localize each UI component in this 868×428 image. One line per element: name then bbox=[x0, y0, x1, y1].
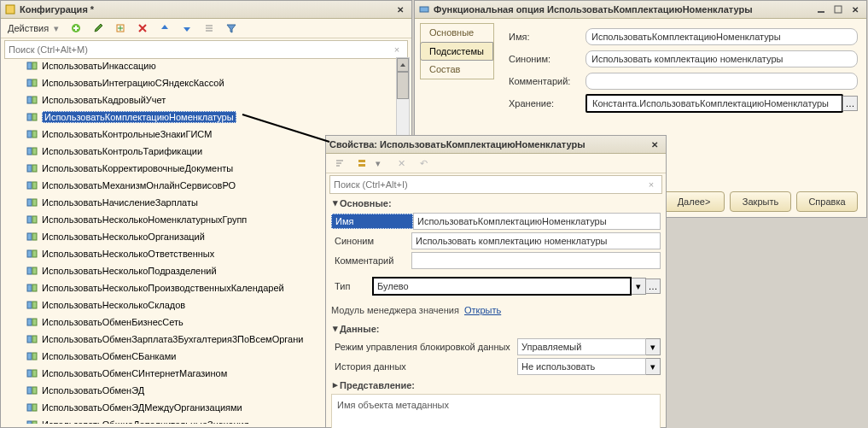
scroll-up-icon[interactable] bbox=[397, 58, 409, 72]
svg-rect-22 bbox=[32, 216, 37, 223]
section-presentation-header[interactable]: ▸Представление: bbox=[331, 379, 661, 390]
filter-icon[interactable] bbox=[221, 20, 242, 37]
svg-rect-33 bbox=[27, 319, 32, 325]
svg-rect-24 bbox=[32, 233, 37, 240]
down-icon[interactable] bbox=[177, 20, 197, 37]
props-title: Свойства: ИспользоватьКомплектациюНоменк… bbox=[329, 139, 585, 150]
svg-rect-51 bbox=[835, 6, 842, 13]
actions-menu[interactable]: Действия bbox=[4, 23, 52, 33]
svg-rect-30 bbox=[32, 284, 37, 291]
tree-item-label: ИспользоватьНесколькоНоменклатурныхГрупп bbox=[42, 214, 247, 225]
config-titlebar: Конфигурация * ✕ bbox=[1, 1, 411, 19]
help-button[interactable]: Справка bbox=[796, 191, 858, 212]
chevron-down-icon[interactable]: ▾ bbox=[646, 358, 661, 375]
props-toolbar: ▾ ✕ ↶ bbox=[326, 154, 666, 173]
item-icon bbox=[26, 163, 38, 173]
svg-rect-14 bbox=[32, 148, 37, 155]
tree-item-label: ИспользоватьОбменЗарплата3Бухгалтерия3По… bbox=[42, 334, 303, 344]
tree-item[interactable]: ИспользоватьКомплектациюНоменклатуры bbox=[4, 108, 398, 126]
chevron-down-icon[interactable]: ▾ bbox=[632, 278, 646, 295]
section-data-header[interactable]: ▾Данные: bbox=[331, 323, 661, 334]
storage-input[interactable]: Константа.ИспользоватьКомплектациюНоменк… bbox=[585, 94, 843, 113]
prop-comment-input[interactable] bbox=[411, 252, 661, 269]
search-clear-icon[interactable]: × bbox=[387, 41, 407, 58]
svg-rect-5 bbox=[27, 79, 32, 86]
search-clear-icon[interactable]: × bbox=[641, 176, 661, 193]
chevron-down-icon[interactable]: ▾ bbox=[646, 338, 661, 355]
add-icon[interactable] bbox=[66, 20, 86, 37]
svg-rect-46 bbox=[32, 421, 37, 424]
edit-icon[interactable] bbox=[88, 20, 108, 37]
tree-item[interactable]: ИспользоватьИнтеграциюСЯндексКассой bbox=[4, 74, 398, 91]
maximize-icon[interactable] bbox=[830, 3, 846, 16]
svg-rect-32 bbox=[32, 302, 37, 308]
tree-item-label: ИспользоватьКорректировочныеДокументы bbox=[42, 163, 233, 173]
type-browse-icon[interactable]: … bbox=[645, 278, 661, 294]
close-icon[interactable]: ✕ bbox=[393, 3, 408, 16]
scroll-thumb[interactable] bbox=[397, 72, 409, 99]
open-link[interactable]: Открыть bbox=[464, 305, 501, 315]
prop-synonym-input[interactable]: Использовать комплектацию номенклатуры bbox=[411, 232, 661, 249]
comment-label: Комментарий: bbox=[509, 76, 585, 86]
svg-rect-42 bbox=[32, 387, 37, 394]
insert-icon[interactable] bbox=[110, 20, 131, 37]
tree-item[interactable]: ИспользоватьИнкассацию bbox=[4, 57, 398, 74]
item-icon bbox=[26, 419, 38, 424]
config-toolbar: Действия ▾ bbox=[1, 19, 411, 38]
prop-name-input[interactable]: ИспользоватьКомплектациюНоменклатуры bbox=[413, 213, 661, 230]
svg-rect-13 bbox=[27, 148, 32, 155]
section-main-header[interactable]: ▾Основные: bbox=[331, 197, 661, 208]
delete-icon[interactable] bbox=[132, 20, 153, 37]
props-titlebar: Свойства: ИспользоватьКомплектациюНоменк… bbox=[326, 136, 666, 154]
tree-item-label: ИспользоватьНесколькоСкладов bbox=[42, 300, 185, 310]
name-input[interactable]: ИспользоватьКомплектациюНоменклатуры bbox=[585, 28, 858, 45]
svg-rect-0 bbox=[6, 5, 15, 14]
comment-input[interactable] bbox=[585, 73, 858, 90]
tree-item-label: ИспользоватьИнкассацию bbox=[42, 61, 156, 71]
synonym-input[interactable]: Использовать комплектацию номенклатуры bbox=[585, 50, 858, 67]
item-icon bbox=[26, 402, 38, 413]
svg-rect-16 bbox=[32, 165, 37, 172]
props-search[interactable]: × bbox=[329, 175, 662, 194]
storage-label: Хранение: bbox=[509, 98, 585, 108]
close-icon[interactable]: ✕ bbox=[647, 138, 662, 151]
option-titlebar: Функциональная опция ИспользоватьКомплек… bbox=[415, 1, 866, 19]
tab-subsystems[interactable]: Подсистемы bbox=[420, 42, 493, 61]
prop-name-label[interactable]: Имя bbox=[331, 214, 413, 229]
props-categ-icon[interactable] bbox=[352, 155, 372, 172]
svg-rect-35 bbox=[27, 336, 32, 343]
item-icon bbox=[26, 249, 38, 259]
svg-rect-31 bbox=[27, 302, 32, 308]
props-del-icon: ✕ bbox=[391, 155, 411, 172]
minimize-icon[interactable] bbox=[813, 3, 829, 16]
storage-browse-icon[interactable]: … bbox=[842, 96, 858, 111]
config-search-input[interactable] bbox=[5, 44, 387, 55]
list-icon[interactable] bbox=[199, 20, 219, 37]
props-search-input[interactable] bbox=[330, 179, 641, 190]
history-input[interactable]: Не использовать bbox=[517, 358, 646, 375]
tab-content[interactable]: Состав bbox=[421, 61, 493, 79]
item-icon bbox=[26, 78, 38, 88]
close-button[interactable]: Закрыть bbox=[730, 191, 791, 212]
prop-type-input[interactable]: Булево bbox=[372, 277, 632, 296]
tree-item-label: ИспользоватьОбменЭДМеждуОрганизациями bbox=[42, 402, 242, 413]
up-icon[interactable] bbox=[154, 20, 175, 37]
lockmode-input[interactable]: Управляемый bbox=[517, 338, 646, 355]
tree-item-label: ИспользоватьКомплектациюНоменклатуры bbox=[42, 111, 236, 123]
props-sort-icon[interactable] bbox=[329, 155, 350, 172]
next-button[interactable]: Далее> bbox=[663, 191, 725, 212]
svg-rect-26 bbox=[32, 250, 37, 257]
item-icon bbox=[26, 180, 38, 191]
item-icon bbox=[26, 317, 38, 327]
tree-item-label: ИспользоватьИнтеграциюСЯндексКассой bbox=[42, 78, 224, 88]
svg-rect-37 bbox=[27, 353, 32, 360]
item-icon bbox=[26, 283, 38, 293]
tree-item[interactable]: ИспользоватьКадровыйУчет bbox=[4, 91, 398, 108]
tree-item-label: ИспользоватьМеханизмОнлайнСервисовРО bbox=[42, 180, 236, 191]
props-panel: Свойства: ИспользоватьКомплектациюНоменк… bbox=[325, 135, 667, 428]
item-icon bbox=[26, 351, 38, 361]
config-search[interactable]: × bbox=[4, 40, 408, 59]
close-icon[interactable]: ✕ bbox=[848, 3, 863, 16]
tab-main[interactable]: Основные bbox=[421, 24, 493, 42]
item-icon bbox=[26, 61, 38, 71]
